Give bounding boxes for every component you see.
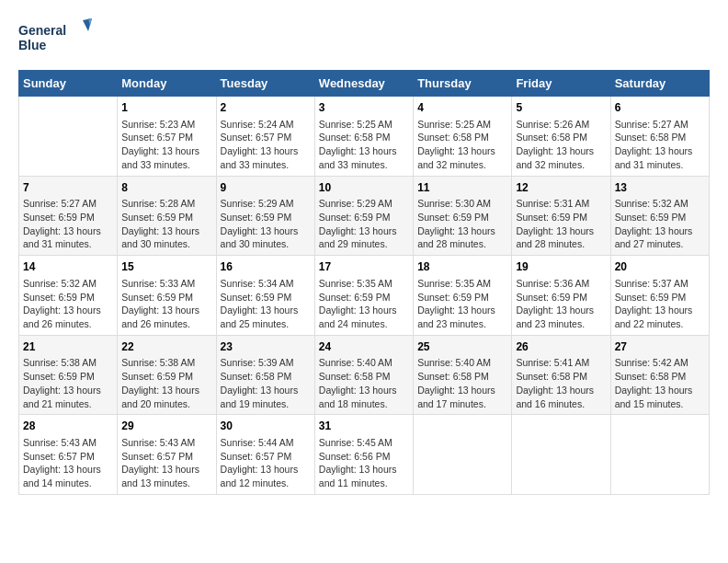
day-info: Sunrise: 5:34 AM Sunset: 6:59 PM Dayligh… <box>221 277 311 331</box>
column-header-sunday: Sunday <box>19 71 118 97</box>
day-number: 16 <box>221 259 311 275</box>
day-number: 29 <box>121 419 211 434</box>
logo-svg: General Blue <box>18 18 92 55</box>
calendar-cell: 28Sunrise: 5:43 AM Sunset: 6:57 PM Dayli… <box>19 415 118 495</box>
day-info: Sunrise: 5:40 AM Sunset: 6:58 PM Dayligh… <box>417 356 507 410</box>
calendar-cell <box>512 415 610 495</box>
column-header-monday: Monday <box>118 71 216 97</box>
day-info: Sunrise: 5:44 AM Sunset: 6:57 PM Dayligh… <box>221 436 311 490</box>
day-number: 4 <box>417 100 507 116</box>
calendar-cell: 10Sunrise: 5:29 AM Sunset: 6:59 PM Dayli… <box>314 176 413 256</box>
calendar-cell: 16Sunrise: 5:34 AM Sunset: 6:59 PM Dayli… <box>216 256 314 336</box>
calendar-cell: 29Sunrise: 5:43 AM Sunset: 6:57 PM Dayli… <box>118 415 216 495</box>
week-row-5: 28Sunrise: 5:43 AM Sunset: 6:57 PM Dayli… <box>19 415 710 495</box>
calendar-cell: 19Sunrise: 5:36 AM Sunset: 6:59 PM Dayli… <box>512 256 610 336</box>
day-number: 12 <box>516 180 606 196</box>
logo: General Blue <box>18 18 92 55</box>
day-info: Sunrise: 5:25 AM Sunset: 6:58 PM Dayligh… <box>319 118 409 172</box>
day-info: Sunrise: 5:37 AM Sunset: 6:59 PM Dayligh… <box>615 277 705 331</box>
calendar-cell: 27Sunrise: 5:42 AM Sunset: 6:58 PM Dayli… <box>610 335 709 415</box>
day-number: 25 <box>417 339 507 355</box>
day-number: 31 <box>319 419 409 434</box>
day-info: Sunrise: 5:29 AM Sunset: 6:59 PM Dayligh… <box>319 197 409 251</box>
day-number: 5 <box>516 100 606 116</box>
day-info: Sunrise: 5:41 AM Sunset: 6:58 PM Dayligh… <box>516 356 606 410</box>
day-number: 14 <box>23 259 113 275</box>
column-header-wednesday: Wednesday <box>314 71 413 97</box>
week-row-3: 14Sunrise: 5:32 AM Sunset: 6:59 PM Dayli… <box>19 256 710 336</box>
calendar-cell: 15Sunrise: 5:33 AM Sunset: 6:59 PM Dayli… <box>118 256 216 336</box>
calendar-cell: 21Sunrise: 5:38 AM Sunset: 6:59 PM Dayli… <box>19 335 118 415</box>
calendar-cell: 2Sunrise: 5:24 AM Sunset: 6:57 PM Daylig… <box>216 97 314 177</box>
day-info: Sunrise: 5:39 AM Sunset: 6:58 PM Dayligh… <box>221 356 311 410</box>
calendar-cell: 12Sunrise: 5:31 AM Sunset: 6:59 PM Dayli… <box>512 176 610 256</box>
day-info: Sunrise: 5:40 AM Sunset: 6:58 PM Dayligh… <box>319 356 409 410</box>
day-info: Sunrise: 5:36 AM Sunset: 6:59 PM Dayligh… <box>516 277 606 331</box>
calendar-cell: 22Sunrise: 5:38 AM Sunset: 6:59 PM Dayli… <box>118 335 216 415</box>
day-info: Sunrise: 5:43 AM Sunset: 6:57 PM Dayligh… <box>23 436 113 490</box>
day-info: Sunrise: 5:35 AM Sunset: 6:59 PM Dayligh… <box>319 277 409 331</box>
day-number: 26 <box>516 339 606 355</box>
calendar-cell: 5Sunrise: 5:26 AM Sunset: 6:58 PM Daylig… <box>512 97 610 177</box>
calendar-cell: 31Sunrise: 5:45 AM Sunset: 6:56 PM Dayli… <box>314 415 413 495</box>
svg-text:General: General <box>18 23 66 38</box>
day-number: 17 <box>319 259 409 275</box>
day-number: 9 <box>221 180 311 196</box>
day-number: 11 <box>417 180 507 196</box>
column-header-saturday: Saturday <box>610 71 709 97</box>
calendar-cell: 18Sunrise: 5:35 AM Sunset: 6:59 PM Dayli… <box>414 256 512 336</box>
day-info: Sunrise: 5:35 AM Sunset: 6:59 PM Dayligh… <box>417 277 507 331</box>
calendar-cell: 8Sunrise: 5:28 AM Sunset: 6:59 PM Daylig… <box>118 176 216 256</box>
calendar-cell: 23Sunrise: 5:39 AM Sunset: 6:58 PM Dayli… <box>216 335 314 415</box>
day-number: 2 <box>221 100 311 116</box>
day-number: 6 <box>615 100 705 116</box>
day-number: 21 <box>23 339 113 355</box>
calendar-cell: 26Sunrise: 5:41 AM Sunset: 6:58 PM Dayli… <box>512 335 610 415</box>
day-info: Sunrise: 5:25 AM Sunset: 6:58 PM Dayligh… <box>417 118 507 172</box>
day-info: Sunrise: 5:38 AM Sunset: 6:59 PM Dayligh… <box>23 356 113 410</box>
day-number: 22 <box>121 339 211 355</box>
day-number: 28 <box>23 419 113 434</box>
column-header-friday: Friday <box>512 71 610 97</box>
week-row-2: 7Sunrise: 5:27 AM Sunset: 6:59 PM Daylig… <box>19 176 710 256</box>
day-info: Sunrise: 5:32 AM Sunset: 6:59 PM Dayligh… <box>615 197 705 251</box>
day-number: 27 <box>615 339 705 355</box>
day-number: 30 <box>221 419 311 434</box>
day-info: Sunrise: 5:45 AM Sunset: 6:56 PM Dayligh… <box>319 436 409 490</box>
day-info: Sunrise: 5:31 AM Sunset: 6:59 PM Dayligh… <box>516 197 606 251</box>
calendar-cell: 14Sunrise: 5:32 AM Sunset: 6:59 PM Dayli… <box>19 256 118 336</box>
day-info: Sunrise: 5:29 AM Sunset: 6:59 PM Dayligh… <box>221 197 311 251</box>
calendar-cell: 24Sunrise: 5:40 AM Sunset: 6:58 PM Dayli… <box>314 335 413 415</box>
day-info: Sunrise: 5:28 AM Sunset: 6:59 PM Dayligh… <box>121 197 211 251</box>
calendar-cell: 17Sunrise: 5:35 AM Sunset: 6:59 PM Dayli… <box>314 256 413 336</box>
calendar-cell: 13Sunrise: 5:32 AM Sunset: 6:59 PM Dayli… <box>610 176 709 256</box>
day-info: Sunrise: 5:30 AM Sunset: 6:59 PM Dayligh… <box>417 197 507 251</box>
day-number: 23 <box>221 339 311 355</box>
day-info: Sunrise: 5:24 AM Sunset: 6:57 PM Dayligh… <box>221 118 311 172</box>
day-number: 10 <box>319 180 409 196</box>
day-info: Sunrise: 5:26 AM Sunset: 6:58 PM Dayligh… <box>516 118 606 172</box>
calendar-cell: 6Sunrise: 5:27 AM Sunset: 6:58 PM Daylig… <box>610 97 709 177</box>
day-number: 24 <box>319 339 409 355</box>
day-info: Sunrise: 5:23 AM Sunset: 6:57 PM Dayligh… <box>121 118 211 172</box>
day-info: Sunrise: 5:42 AM Sunset: 6:58 PM Dayligh… <box>615 356 705 410</box>
calendar-cell: 20Sunrise: 5:37 AM Sunset: 6:59 PM Dayli… <box>610 256 709 336</box>
calendar-table: SundayMondayTuesdayWednesdayThursdayFrid… <box>18 70 710 495</box>
week-row-1: 1Sunrise: 5:23 AM Sunset: 6:57 PM Daylig… <box>19 97 710 177</box>
column-header-tuesday: Tuesday <box>216 71 314 97</box>
day-number: 3 <box>319 100 409 116</box>
day-number: 20 <box>615 259 705 275</box>
day-info: Sunrise: 5:43 AM Sunset: 6:57 PM Dayligh… <box>121 436 211 490</box>
page-header: General Blue <box>18 18 710 55</box>
day-number: 7 <box>23 180 113 196</box>
column-header-thursday: Thursday <box>414 71 512 97</box>
day-number: 13 <box>615 180 705 196</box>
calendar-cell <box>414 415 512 495</box>
calendar-cell: 11Sunrise: 5:30 AM Sunset: 6:59 PM Dayli… <box>414 176 512 256</box>
day-number: 19 <box>516 259 606 275</box>
day-info: Sunrise: 5:33 AM Sunset: 6:59 PM Dayligh… <box>121 277 211 331</box>
calendar-cell: 25Sunrise: 5:40 AM Sunset: 6:58 PM Dayli… <box>414 335 512 415</box>
calendar-cell: 1Sunrise: 5:23 AM Sunset: 6:57 PM Daylig… <box>118 97 216 177</box>
calendar-cell <box>19 97 118 177</box>
day-info: Sunrise: 5:27 AM Sunset: 6:58 PM Dayligh… <box>615 118 705 172</box>
